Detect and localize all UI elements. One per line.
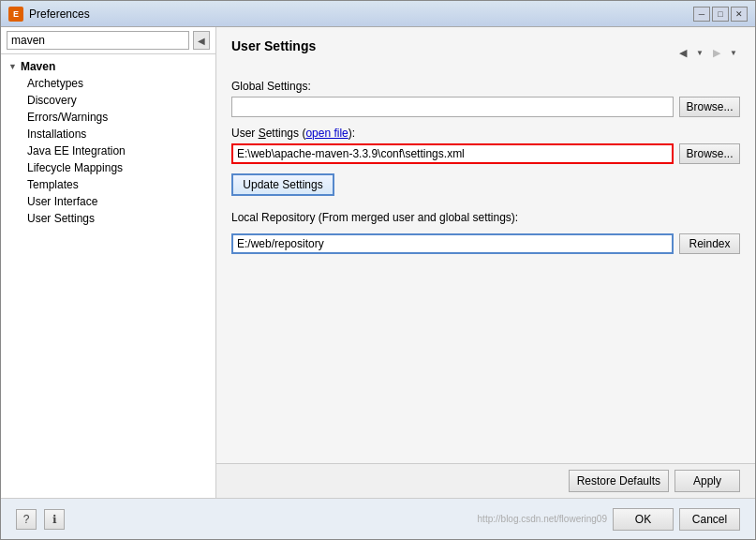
watermark-text: http://blog.csdn.net/flowering09 <box>478 514 607 524</box>
global-settings-browse-button[interactable]: Browse... <box>679 97 740 117</box>
footer-right-wrap: http://blog.csdn.net/flowering09 OK Canc… <box>65 508 740 531</box>
search-clear-button[interactable]: ◀ <box>193 31 210 50</box>
user-settings-row: Browse... <box>231 143 740 164</box>
nav-back-dropdown[interactable]: ▼ <box>693 44 706 61</box>
tree-child-discovery[interactable]: Discovery <box>1 92 215 109</box>
cancel-button[interactable]: Cancel <box>679 508 740 531</box>
tree-child-lifecycle-mappings[interactable]: Lifecycle Mappings <box>1 159 215 176</box>
footer-left: ? ℹ <box>16 509 65 530</box>
nav-toolbar: ◀ ▼ ▶ ▼ <box>674 44 740 61</box>
minimize-button[interactable]: ─ <box>693 7 710 22</box>
dialog-footer: ? ℹ http://blog.csdn.net/flowering09 OK … <box>1 498 755 539</box>
main-content: ◀ ▼ Maven Archetypes Discovery Errors/Wa… <box>1 27 755 498</box>
close-button[interactable]: ✕ <box>731 7 748 22</box>
tree-child-archetypes[interactable]: Archetypes <box>1 75 215 92</box>
user-settings-browse-button[interactable]: Browse... <box>679 143 740 164</box>
preferences-dialog: E Preferences ─ □ ✕ ◀ ▼ Maven Archetype <box>0 0 756 540</box>
right-panel-title: User Settings <box>231 38 316 53</box>
global-settings-text: Global Settings: <box>231 80 311 93</box>
tree-child-installations[interactable]: Installations <box>1 126 215 142</box>
tree-panel: ▼ Maven Archetypes Discovery Errors/Warn… <box>1 54 215 498</box>
dialog-title: Preferences <box>29 8 90 21</box>
info-button[interactable]: ℹ <box>44 509 65 530</box>
right-panel: User Settings ◀ ▼ ▶ ▼ Global Settings: B… <box>216 27 755 498</box>
reindex-button[interactable]: Reindex <box>679 233 740 254</box>
nav-forward-dropdown[interactable]: ▼ <box>727 44 740 61</box>
local-repo-label: Local Repository (From merged user and g… <box>231 211 740 224</box>
left-panel: ◀ ▼ Maven Archetypes Discovery Errors/Wa… <box>1 27 216 498</box>
local-repo-row: Reindex <box>231 233 740 254</box>
apply-button[interactable]: Apply <box>674 470 740 492</box>
tree-child-user-interface[interactable]: User Interface <box>1 193 215 210</box>
title-bar-left: E Preferences <box>8 7 90 22</box>
global-settings-row: Browse... <box>231 97 740 117</box>
tree-arrow-icon: ▼ <box>8 62 17 71</box>
tree-parent-maven[interactable]: ▼ Maven <box>1 58 215 75</box>
update-settings-button[interactable]: Update Settings <box>231 173 334 196</box>
user-settings-text: User Settings (open file): <box>231 127 355 140</box>
user-settings-input[interactable] <box>231 143 674 164</box>
global-settings-label: Global Settings: <box>231 80 740 93</box>
global-settings-input[interactable] <box>231 97 674 117</box>
tree-child-java-ee-integration[interactable]: Java EE Integration <box>1 142 215 159</box>
search-wrap: ◀ <box>1 27 215 54</box>
user-settings-underline: S <box>259 127 266 140</box>
nav-forward-button[interactable]: ▶ <box>708 44 725 61</box>
local-repo-text: Local Repository (From merged user and g… <box>231 211 518 224</box>
maximize-button[interactable]: □ <box>712 7 729 22</box>
help-button[interactable]: ? <box>16 509 37 530</box>
bottom-action-bar: Restore Defaults Apply <box>216 463 755 498</box>
open-file-link[interactable]: open file <box>305 127 348 140</box>
search-input[interactable] <box>7 31 189 50</box>
local-repo-input[interactable] <box>231 233 674 254</box>
title-bar-controls: ─ □ ✕ <box>693 7 748 22</box>
tree-child-errors-warnings[interactable]: Errors/Warnings <box>1 109 215 126</box>
restore-defaults-button[interactable]: Restore Defaults <box>569 470 669 492</box>
tree-parent-label: Maven <box>21 60 55 73</box>
nav-back-button[interactable]: ◀ <box>674 44 691 61</box>
ok-button[interactable]: OK <box>613 508 674 531</box>
tree-child-user-settings[interactable]: User Settings <box>1 210 215 227</box>
tree-child-templates[interactable]: Templates <box>1 176 215 193</box>
user-settings-label: User Settings (open file): <box>231 127 740 140</box>
title-bar: E Preferences ─ □ ✕ <box>1 1 755 27</box>
app-icon: E <box>8 7 23 22</box>
right-panel-header: User Settings ◀ ▼ ▶ ▼ <box>231 38 740 67</box>
